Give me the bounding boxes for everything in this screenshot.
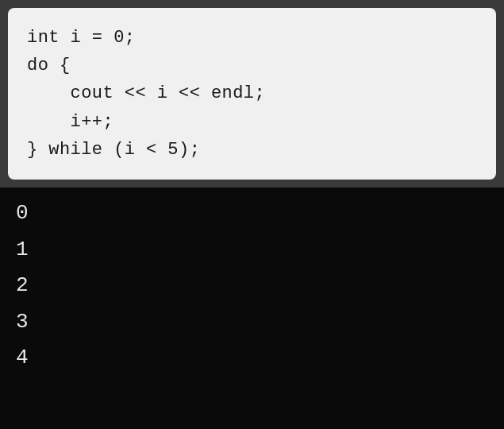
code-line-3: cout << i << endl;	[27, 79, 477, 107]
code-editor: int i = 0; do { cout << i << endl; i++; …	[8, 8, 496, 180]
code-line-4: i++;	[27, 108, 477, 136]
code-line-2: do {	[27, 52, 477, 79]
output-line-3: 3	[16, 304, 488, 341]
output-panel: 0 1 2 3 4	[0, 187, 504, 429]
code-line-1: int i = 0;	[27, 24, 477, 52]
output-line-0: 0	[16, 195, 488, 232]
output-line-2: 2	[16, 268, 488, 304]
output-line-4: 4	[16, 340, 488, 377]
output-line-1: 1	[16, 232, 488, 269]
code-line-5: } while (i < 5);	[27, 136, 477, 164]
